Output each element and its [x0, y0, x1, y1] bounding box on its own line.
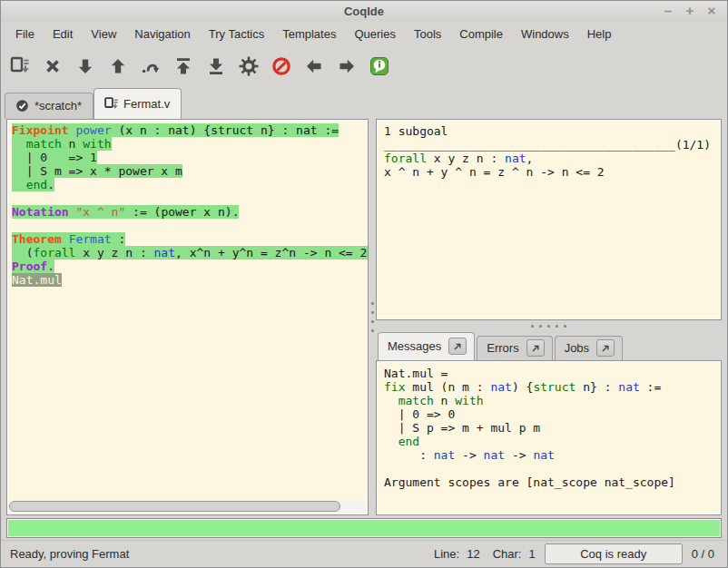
line-value: 12	[467, 547, 479, 561]
close-x-icon	[42, 55, 64, 77]
menu-item-queries[interactable]: Queries	[345, 24, 405, 44]
menu-bar: FileEditViewNavigationTry TacticsTemplat…	[1, 21, 727, 46]
arrow-top-icon	[172, 55, 194, 77]
code-line: Fixpoint power (x n : nat) {struct n} : …	[12, 123, 366, 137]
arrow-up-icon	[107, 55, 129, 77]
code-line: end	[384, 435, 713, 448]
code-line: | 0 => 1	[12, 151, 366, 164]
detach-messages-button[interactable]	[448, 338, 467, 355]
code-line: | S m => x * power x m	[12, 164, 366, 178]
menu-item-try-tactics[interactable]: Try Tactics	[200, 24, 273, 44]
coq-state-indicator: Coq is ready	[545, 544, 683, 564]
check-circle-icon	[15, 98, 30, 113]
tab-errors[interactable]: Errors	[477, 336, 552, 360]
info-icon	[369, 55, 390, 77]
tab-scratch[interactable]: *scratch*	[5, 93, 93, 119]
close-button[interactable]: ×	[705, 2, 718, 20]
arrow-down-icon	[74, 55, 96, 77]
coqide-window: CoqIde – + × FileEditViewNavigationTry T…	[0, 0, 728, 568]
toolbar-close-doc-button[interactable]	[39, 52, 66, 81]
message-tab-bar: MessagesErrorsJobs	[376, 331, 722, 360]
menu-item-navigation[interactable]: Navigation	[125, 24, 199, 44]
detach-jobs-button[interactable]	[596, 339, 615, 357]
toolbar-about-button[interactable]	[366, 52, 393, 81]
no-entry-icon	[271, 55, 292, 77]
line-label: Line:	[434, 547, 459, 561]
detach-arrow-icon	[530, 343, 541, 354]
worker-counter: 0 / 0	[692, 547, 714, 561]
code-line: : nat -> nat -> nat	[384, 448, 713, 462]
save-icon	[9, 55, 31, 77]
char-label: Char:	[493, 547, 522, 561]
tab-fermat-v[interactable]: Fermat.v	[93, 88, 182, 119]
toolbar-fully-check-button[interactable]	[235, 52, 262, 81]
toolbar-backward-one-button[interactable]	[104, 52, 132, 81]
toolbar-interrupt-button[interactable]	[268, 52, 295, 81]
code-line: ________________________________________…	[384, 138, 713, 152]
vertical-splitter[interactable]	[369, 119, 376, 515]
title-bar: CoqIde – + ×	[1, 1, 727, 21]
progress-area	[1, 515, 727, 540]
arrow-right-icon	[336, 55, 358, 77]
detach-arrow-icon	[452, 341, 463, 352]
code-line: | 0 => 0	[384, 407, 713, 421]
code-line	[384, 462, 713, 475]
toolbar-restart-button[interactable]	[170, 52, 197, 81]
code-line: (forall x y z n : nat, x^n + y^n = z^n -…	[12, 246, 366, 260]
curve-arrow-icon	[140, 55, 162, 77]
code-line: Nat.mul =	[384, 367, 713, 380]
code-line: Argument scopes are [nat_scope nat_scope…	[384, 475, 713, 489]
code-line	[12, 191, 366, 205]
horizontal-splitter[interactable]	[376, 320, 722, 331]
menu-item-edit[interactable]: Edit	[44, 24, 82, 44]
tab-jobs[interactable]: Jobs	[555, 336, 623, 360]
toolbar-forward-one-button[interactable]	[72, 52, 99, 81]
scrollbar-thumb[interactable]	[9, 501, 340, 512]
progress-bar	[6, 518, 722, 538]
messages-pane[interactable]: Nat.mul =fix mul (n m : nat) {struct n} …	[376, 360, 722, 515]
maximize-button[interactable]: +	[684, 2, 696, 20]
menu-item-templates[interactable]: Templates	[273, 24, 345, 44]
toolbar-save-button[interactable]	[6, 52, 34, 81]
main-area: Fixpoint power (x n : nat) {struct n} : …	[1, 119, 727, 515]
horizontal-scrollbar[interactable]	[9, 500, 366, 513]
menu-item-tools[interactable]: Tools	[405, 24, 450, 44]
menu-item-file[interactable]: File	[6, 24, 44, 44]
code-line: | S p => m + mul p m	[384, 421, 713, 435]
window-title: CoqIde	[1, 5, 727, 18]
code-line: forall x y z n : nat,	[384, 152, 713, 165]
toolbar-go-to-end-button[interactable]	[202, 52, 230, 81]
menu-item-help[interactable]: Help	[578, 24, 621, 44]
minimize-button[interactable]: –	[662, 2, 674, 20]
toolbar-next-button[interactable]	[333, 52, 360, 81]
code-line: Notation "x ^ n" := (power x n).	[12, 205, 366, 219]
char-value: 1	[528, 547, 535, 561]
code-line: end.	[12, 178, 366, 191]
code-line	[12, 219, 366, 232]
tab-messages[interactable]: Messages	[378, 332, 475, 360]
menu-item-windows[interactable]: Windows	[512, 24, 578, 44]
code-line: match n with	[384, 394, 713, 407]
save-page-icon	[103, 96, 119, 112]
tab-label: Fermat.v	[123, 97, 170, 111]
detach-errors-button[interactable]	[526, 339, 545, 357]
tab-label: Jobs	[565, 341, 589, 355]
detach-arrow-icon	[600, 343, 611, 354]
status-message: Ready, proving Fermat	[10, 547, 421, 561]
code-line: Nat.mul	[12, 273, 366, 287]
code-line: x ^ n + y ^ n = z ^ n -> n <= 2	[384, 165, 713, 179]
code-editor[interactable]: Fixpoint power (x n : nat) {struct n} : …	[7, 120, 368, 498]
code-line: Proof.	[12, 260, 366, 273]
code-line: 1 subgoal	[384, 124, 713, 138]
goals-pane[interactable]: 1 subgoal_______________________________…	[376, 119, 722, 320]
tab-label: *scratch*	[34, 99, 82, 113]
menu-item-view[interactable]: View	[82, 24, 125, 44]
toolbar-previous-button[interactable]	[300, 52, 328, 81]
code-line: match n with	[12, 137, 366, 151]
arrow-bottom-icon	[205, 55, 227, 77]
toolbar-go-to-cursor-button[interactable]	[137, 52, 164, 81]
document-tab-bar: *scratch*Fermat.v	[1, 86, 727, 119]
menu-item-compile[interactable]: Compile	[450, 24, 512, 44]
status-bar: Ready, proving Fermat Line: 12 Char: 1 C…	[1, 540, 727, 567]
window-controls: – + ×	[662, 2, 727, 20]
